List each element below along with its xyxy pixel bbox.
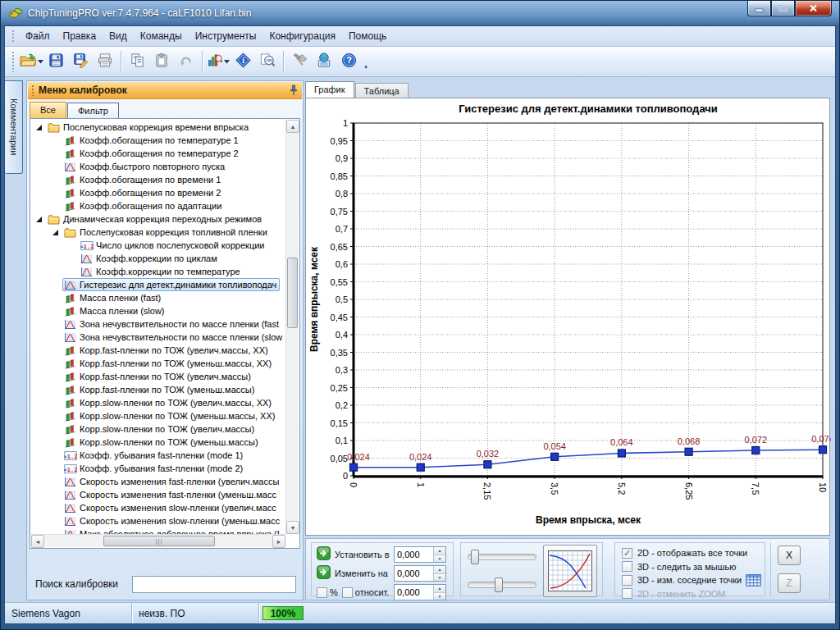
tree-item[interactable]: Послепусковая коррекция топливной пленки <box>30 226 285 239</box>
tree-item[interactable]: Послепусковая коррекция времени впрыска <box>30 121 285 134</box>
slider-thumb[interactable] <box>495 578 503 592</box>
save-button[interactable] <box>43 49 68 74</box>
relative-checkbox[interactable] <box>342 587 353 598</box>
change-value-input[interactable] <box>395 566 433 581</box>
tree-item[interactable]: Динамическая коррекция переходных режимо… <box>30 212 285 226</box>
scroll-right-icon[interactable]: ► <box>272 535 285 548</box>
tree-item[interactable]: Коэфф.обогащения по времени 2 <box>30 186 285 199</box>
tree-item[interactable]: Корр.fast-пленки по ТОЖ (увелич.массы, Х… <box>30 344 285 357</box>
menu-item-5[interactable]: Конфигурация <box>262 28 342 44</box>
help-button[interactable]: ? <box>336 49 361 74</box>
tree-item[interactable]: Масса пленки (slow) <box>30 304 285 317</box>
tree-item[interactable]: =1.2 Коэфф. убывания fast-пленки (mode 2… <box>30 462 285 475</box>
relative-value-input[interactable] <box>395 585 433 600</box>
chevron-down-icon[interactable] <box>38 60 43 64</box>
option-row-1[interactable]: 3D - следить за мышью <box>622 560 761 573</box>
close-button[interactable] <box>795 1 832 16</box>
online-button[interactable] <box>312 49 336 74</box>
print-button[interactable] <box>93 49 117 74</box>
tree-item[interactable]: Корр.slow-пленки по ТОЖ (уменьш.массы, Х… <box>30 409 285 422</box>
tree-vertical-scrollbar[interactable]: ▲ ▼ <box>285 120 299 534</box>
maximize-button[interactable] <box>771 1 795 16</box>
info-button[interactable]: i <box>231 49 255 74</box>
menu-item-3[interactable]: Команды <box>134 28 189 44</box>
copy-button[interactable] <box>125 49 149 74</box>
tree-item[interactable]: Скорость изменения fast-пленки (увелич.м… <box>30 475 285 488</box>
checkbox[interactable] <box>622 575 632 586</box>
tree-item[interactable]: Скорость изменения slow-пленки (увелич.м… <box>30 501 285 514</box>
tree-item[interactable]: Коэфф.обогащения по температуре 1 <box>30 134 285 147</box>
tools-button[interactable] <box>287 49 312 74</box>
search-input[interactable] <box>132 576 296 593</box>
menu-item-6[interactable]: Помощь <box>342 28 393 44</box>
tree-item[interactable]: Коэфф.быстрого повторного пуска <box>30 160 285 173</box>
scrollbar-thumb[interactable] <box>287 258 298 328</box>
scroll-up-icon[interactable]: ▲ <box>286 120 299 133</box>
tree-item[interactable]: Коэфф.обогащения по времени 1 <box>30 173 285 186</box>
spin-up-icon[interactable]: ▲ <box>434 547 445 555</box>
spin-down-icon[interactable]: ▼ <box>434 593 445 600</box>
slider-thumb[interactable] <box>471 550 479 564</box>
z-axis-button[interactable]: Z <box>778 573 801 593</box>
tree-item[interactable]: Корр.slow-пленки по ТОЖ (увелич.массы, Х… <box>30 396 285 409</box>
option-row-0[interactable]: ✓ 2D - отображать все точки <box>622 546 761 559</box>
checkbox[interactable]: ✓ <box>622 548 632 559</box>
spin-up-icon[interactable]: ▲ <box>434 566 445 574</box>
sidebar-tab-0[interactable]: Все <box>30 102 66 118</box>
scroll-left-icon[interactable]: ◄ <box>31 535 44 548</box>
tree-item[interactable]: Скорость изменения slow-пленки (уменьш.м… <box>30 514 285 527</box>
expand-arrow-icon[interactable] <box>52 229 61 236</box>
main-tab-0[interactable]: График <box>305 81 354 98</box>
tree-item[interactable]: Корр.fast-пленки по ТОЖ (уменьш.массы) <box>30 383 285 396</box>
tree-item[interactable]: Коэфф.коррекции по температуре <box>30 265 285 278</box>
undo-button[interactable] <box>174 49 199 74</box>
curve-preview-button[interactable] <box>543 545 597 597</box>
menu-item-2[interactable]: Вид <box>103 28 134 44</box>
change-value-button[interactable] <box>317 565 331 582</box>
tree-item[interactable]: Масса пленки (fast) <box>30 291 285 304</box>
tree-item[interactable]: Зона нечувствительности по массе пленки … <box>30 331 285 344</box>
percent-checkbox[interactable] <box>317 587 327 598</box>
tree-item[interactable]: Корр.slow-пленки по ТОЖ (увелич.массы) <box>30 422 285 436</box>
slider-2[interactable] <box>468 578 536 592</box>
expand-arrow-icon[interactable] <box>35 124 44 131</box>
menu-item-4[interactable]: Инструменты <box>189 28 263 44</box>
minimize-button[interactable] <box>747 1 771 16</box>
comments-tab[interactable]: Комментарии <box>5 80 23 174</box>
tree-item[interactable]: Коэфф.коррекции по циклам <box>30 252 285 265</box>
tree-item[interactable]: Скорость изменения fast-пленки (уменьш.м… <box>30 488 285 501</box>
checkbox[interactable] <box>622 561 632 572</box>
grid-icon[interactable] <box>746 574 761 587</box>
menu-item-0[interactable]: Файл <box>19 28 57 44</box>
chart-view-button[interactable] <box>206 49 231 74</box>
tree-item[interactable]: =1.2 Число циклов послепусковой коррекци… <box>30 239 285 252</box>
tree-item[interactable]: Корр.slow-пленки по ТОЖ (уменьш.массы) <box>30 436 285 449</box>
set-value-button[interactable] <box>317 546 331 564</box>
tree-item[interactable]: Коэфф.обогащения по температуре 2 <box>30 147 285 160</box>
tree-item[interactable]: =1.2 Коэфф. убывания fast-пленки (mode 1… <box>30 449 285 462</box>
set-value-input[interactable] <box>395 547 433 562</box>
tree-item[interactable]: Зона нечувствительности по массе пленки … <box>30 317 285 331</box>
tree-item[interactable]: Гистерезис для детект.динамики топливопо… <box>30 278 285 291</box>
scrollbar-thumb[interactable]: ||| <box>103 536 215 546</box>
open-file-button[interactable] <box>19 49 43 74</box>
spin-down-icon[interactable]: ▼ <box>434 574 445 582</box>
sidebar-tab-1[interactable]: Фильтр <box>67 103 119 118</box>
expand-arrow-icon[interactable] <box>35 216 44 223</box>
paste-button[interactable] <box>149 49 174 74</box>
tree-item[interactable]: Корр.fast-пленки по ТОЖ (уменьш.массы, Х… <box>30 357 285 370</box>
slider-1[interactable] <box>468 550 536 564</box>
chart[interactable]: Гистерезис для детект.динамики топливопо… <box>305 98 830 536</box>
save-as-button[interactable] <box>68 49 93 74</box>
tree-item[interactable]: Макс.абсолютное добавочное время впрыска… <box>30 527 285 534</box>
preview-button[interactable]: 100 <box>255 49 280 74</box>
option-row-2[interactable]: 3D - изм. соседние точки <box>622 573 761 587</box>
main-tab-1[interactable]: Таблица <box>355 83 409 98</box>
menu-item-1[interactable]: Правка <box>57 28 103 44</box>
x-axis-button[interactable]: X <box>778 546 801 565</box>
option-row-3[interactable]: 2D - отменить ZOOM <box>622 587 761 600</box>
checkbox[interactable] <box>622 588 632 599</box>
scroll-down-icon[interactable]: ▼ <box>286 521 299 534</box>
pin-icon[interactable] <box>289 84 299 96</box>
chevron-down-icon[interactable] <box>224 60 230 64</box>
